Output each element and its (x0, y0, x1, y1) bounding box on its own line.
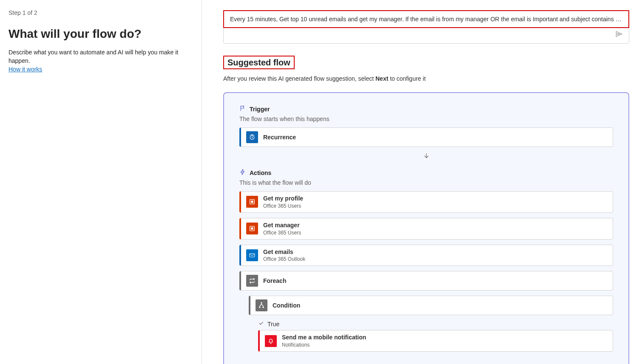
suggested-flow-sub: After you review this AI generated flow … (223, 75, 629, 82)
recurrence-title: Recurrence (263, 134, 296, 141)
prompt-box: Every 15 minutes, Get top 10 unread emai… (223, 10, 629, 44)
true-branch: True (258, 320, 613, 327)
page-title: What will your flow do? (9, 27, 193, 41)
prompt-input[interactable]: Every 15 minutes, Get top 10 unread emai… (223, 10, 629, 28)
actions-label: Actions (250, 169, 271, 176)
svg-point-8 (263, 307, 264, 308)
bolt-icon (239, 169, 246, 177)
recurrence-card[interactable]: Recurrence (239, 127, 613, 147)
condition-icon (256, 299, 267, 311)
condition-title: Condition (273, 302, 300, 309)
notification-card[interactable]: Send me a mobile notification Notificati… (258, 330, 613, 352)
flow-container: Trigger The flow starts when this happen… (223, 92, 629, 364)
foreach-card[interactable]: Foreach (239, 271, 613, 291)
sub-bold: Next (375, 75, 388, 82)
get-manager-title: Get manager (263, 222, 301, 229)
get-manager-sub: Office 365 Users (263, 230, 301, 236)
notification-title: Send me a mobile notification (282, 334, 366, 341)
svg-rect-4 (251, 228, 253, 230)
suggested-flow-heading: Suggested flow (223, 56, 295, 69)
condition-nested: True Send me a mobile notification Notif… (249, 320, 613, 352)
get-emails-title: Get emails (263, 248, 305, 256)
office-users-icon (246, 223, 258, 234)
get-manager-card[interactable]: Get manager Office 365 Users (239, 218, 613, 240)
svg-rect-5 (250, 254, 255, 257)
foreach-nested: Condition True Send me a mobile notifica… (239, 296, 613, 352)
actions-desc: This is what the flow will do (239, 179, 613, 186)
notification-sub: Notifications (282, 342, 366, 348)
check-icon (258, 320, 264, 327)
loop-icon (246, 275, 258, 287)
svg-point-6 (261, 302, 262, 303)
sub-pre: After you review this AI generated flow … (223, 75, 375, 82)
condition-card[interactable]: Condition (249, 296, 613, 315)
get-emails-sub: Office 365 Outlook (263, 256, 305, 262)
svg-point-7 (259, 307, 260, 308)
trigger-label: Trigger (250, 106, 270, 113)
how-it-works-link[interactable]: How it works (9, 66, 42, 73)
step-label: Step 1 of 2 (9, 9, 193, 16)
send-row (224, 28, 629, 43)
foreach-title: Foreach (263, 277, 286, 285)
sub-post: to configure it (388, 75, 426, 82)
page-subtext: Describe what you want to automate and A… (9, 48, 193, 65)
svg-rect-2 (251, 201, 253, 203)
true-label: True (267, 321, 279, 327)
bell-icon (265, 335, 277, 347)
clock-icon (246, 131, 258, 143)
outlook-icon (246, 249, 258, 261)
flag-icon (239, 105, 246, 113)
send-icon[interactable] (615, 30, 623, 39)
get-emails-card[interactable]: Get emails Office 365 Outlook (239, 245, 613, 266)
office-users-icon (246, 196, 258, 208)
arrow-down-icon (239, 152, 613, 161)
left-pane: Step 1 of 2 What will your flow do? Desc… (0, 0, 202, 364)
right-pane: Every 15 minutes, Get top 10 unread emai… (202, 0, 642, 364)
get-my-profile-card[interactable]: Get my profile Office 365 Users (239, 191, 613, 213)
get-my-profile-title: Get my profile (263, 195, 303, 202)
actions-section-head: Actions (239, 169, 613, 177)
get-my-profile-sub: Office 365 Users (263, 203, 303, 209)
trigger-desc: The flow starts when this happens (239, 116, 613, 122)
trigger-section-head: Trigger (239, 105, 613, 113)
